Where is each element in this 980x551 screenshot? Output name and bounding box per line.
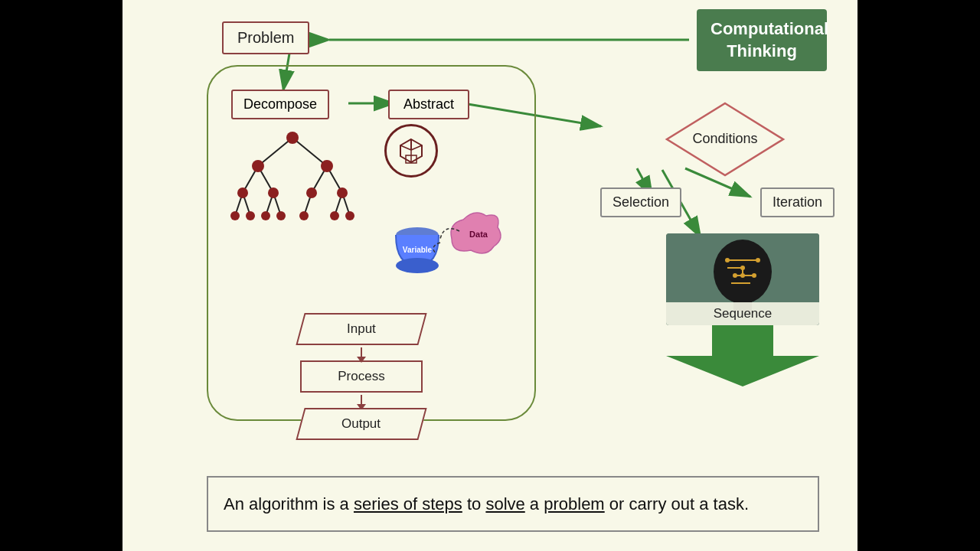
- input-label: Input: [347, 321, 376, 337]
- variable-data-area: Variable Data: [375, 201, 513, 285]
- bottom-text-part1: series of steps: [354, 494, 462, 514]
- cube-circle: [384, 124, 438, 178]
- svg-point-25: [321, 160, 333, 172]
- svg-line-10: [258, 138, 292, 166]
- svg-point-60: [733, 273, 737, 278]
- svg-line-39: [411, 145, 422, 150]
- conditions-diamond: Conditions: [662, 99, 789, 180]
- sequence-area: Sequence: [666, 233, 819, 390]
- process-label: Process: [338, 369, 384, 384]
- comp-thinking-box: ComputationalThinking: [697, 9, 827, 71]
- cube-icon-area: [384, 124, 438, 189]
- cube-svg: [396, 135, 426, 166]
- svg-point-32: [261, 211, 270, 220]
- left-sidebar: [0, 0, 122, 551]
- bottom-text-prefix: An algorithm is a: [224, 494, 354, 514]
- output-shape: Output: [296, 408, 426, 440]
- tree-diagram: [224, 124, 361, 231]
- input-shape: Input: [296, 313, 426, 345]
- decompose-box: Decompose: [231, 90, 329, 119]
- iteration-label: Iteration: [773, 194, 822, 210]
- comp-thinking-label: ComputationalThinking: [710, 19, 828, 60]
- svg-point-61: [752, 273, 756, 278]
- bottom-text-part2: solve: [485, 494, 524, 514]
- svg-point-24: [252, 160, 264, 172]
- bottom-text-middle2: a: [525, 494, 544, 514]
- iteration-box: Iteration: [760, 187, 835, 217]
- sequence-label-overlay: Sequence: [666, 302, 819, 325]
- svg-text:Conditions: Conditions: [692, 131, 757, 146]
- svg-point-29: [337, 187, 348, 198]
- svg-line-40: [400, 145, 411, 150]
- abstract-box: Abstract: [388, 90, 469, 119]
- sequence-label: Sequence: [714, 306, 773, 321]
- svg-text:Data: Data: [469, 230, 488, 239]
- svg-point-35: [330, 211, 339, 220]
- output-label: Output: [341, 416, 381, 432]
- main-container: Decompose Abstract: [207, 65, 536, 421]
- svg-text:Variable: Variable: [403, 246, 433, 254]
- problem-box: Problem: [222, 21, 309, 54]
- ipo-flow: Input Process Output: [300, 311, 423, 442]
- svg-point-33: [276, 211, 286, 220]
- bottom-text-middle1: to: [462, 494, 486, 514]
- svg-point-30: [230, 211, 240, 220]
- svg-point-34: [299, 211, 309, 220]
- svg-point-26: [237, 187, 248, 198]
- right-sidebar: [858, 0, 980, 551]
- abstract-label: Abstract: [403, 96, 454, 112]
- svg-point-36: [345, 211, 354, 220]
- conditions-area: Conditions: [662, 99, 789, 183]
- svg-marker-63: [666, 325, 819, 386]
- svg-point-31: [246, 211, 255, 220]
- svg-line-11: [292, 138, 327, 166]
- svg-point-27: [268, 187, 279, 198]
- process-shape: Process: [300, 360, 423, 393]
- problem-label: Problem: [237, 29, 294, 46]
- sequence-arrow-svg: [666, 325, 819, 386]
- bottom-text-box: An algorithm is a series of steps to sol…: [207, 476, 819, 532]
- svg-point-44: [396, 258, 439, 273]
- svg-point-56: [725, 258, 730, 262]
- bottom-text-part3: problem: [544, 494, 604, 514]
- selection-box: Selection: [600, 187, 681, 217]
- svg-point-23: [286, 132, 299, 144]
- svg-point-59: [740, 273, 745, 278]
- data-variable-arrows: Variable Data: [375, 201, 513, 285]
- svg-point-57: [756, 258, 760, 262]
- bottom-text-suffix: or carry out a task.: [605, 494, 749, 514]
- sequence-head-icon: Sequence: [666, 233, 819, 325]
- svg-point-58: [740, 266, 745, 270]
- selection-label: Selection: [612, 194, 669, 210]
- svg-point-28: [306, 187, 317, 198]
- sequence-arrow: [666, 325, 819, 390]
- decompose-label: Decompose: [243, 96, 317, 112]
